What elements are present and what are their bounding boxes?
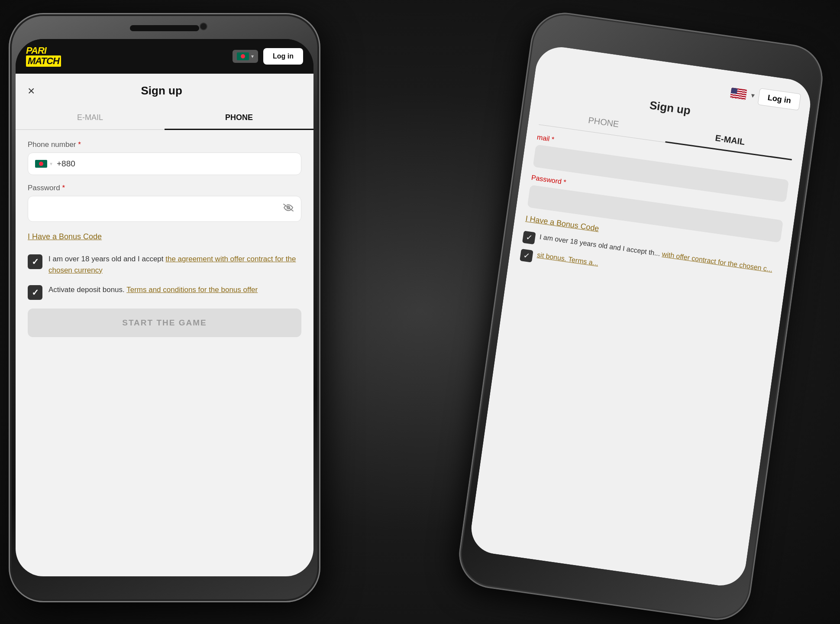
- checkbox-row-2: ✓ Activate deposit bonus. Terms and cond…: [28, 284, 301, 300]
- back-checkbox-2-text: sit bonus. Terms a...: [536, 250, 599, 268]
- bonus-terms-link[interactable]: Terms and conditions for the bonus offer: [126, 286, 258, 294]
- bonus-code-link[interactable]: I Have a Bonus Code: [28, 232, 301, 241]
- signup-title: Sign up: [35, 84, 288, 98]
- language-chevron-icon: ▾: [251, 53, 254, 59]
- signup-form: Phone number * ▾ +880 Password *: [16, 140, 313, 346]
- phone-flag-bd: [35, 160, 47, 168]
- checkbox-2-text: Activate deposit bonus. Terms and condit…: [48, 284, 258, 296]
- signup-container: × Sign up E-MAIL PHONE Phone number *: [16, 74, 313, 576]
- password-input[interactable]: [35, 204, 283, 214]
- checkbox-1-text: I am over 18 years old and I accept the …: [48, 254, 301, 276]
- back-checkbox-2[interactable]: [520, 249, 533, 263]
- checkbox-row-1: ✓ I am over 18 years old and I accept th…: [28, 254, 301, 276]
- us-flag-icon: [730, 88, 747, 100]
- phone-country-code: +880: [57, 159, 294, 169]
- bd-flag-icon: [237, 52, 249, 60]
- front-phone: PARI MATCH ▾ Log in × Sign up: [9, 13, 320, 602]
- background-phone-content: ▾ Log in Sign up PHONE E-MAIL mail * Pas…: [468, 44, 814, 589]
- signup-header: × Sign up: [16, 74, 313, 106]
- login-button[interactable]: Log in: [263, 48, 303, 65]
- tab-phone[interactable]: PHONE: [165, 106, 313, 129]
- back-chevron-icon: ▾: [750, 91, 755, 100]
- close-button[interactable]: ×: [28, 85, 35, 97]
- eye-slash-icon[interactable]: [283, 203, 294, 214]
- app-topbar: PARI MATCH ▾ Log in: [16, 39, 313, 74]
- background-phone: ▾ Log in Sign up PHONE E-MAIL mail * Pas…: [455, 8, 827, 624]
- phone-flag-circle: [39, 162, 43, 166]
- logo-pari-text: PARI: [26, 46, 61, 55]
- background-phone-screen: ▾ Log in Sign up PHONE E-MAIL mail * Pas…: [468, 44, 814, 589]
- back-checkbox-1[interactable]: [522, 231, 536, 244]
- checkmark-1-icon: ✓: [32, 257, 39, 267]
- tab-email[interactable]: E-MAIL: [16, 106, 165, 129]
- language-selector-button[interactable]: ▾: [233, 50, 258, 63]
- password-input-wrapper[interactable]: [28, 196, 301, 222]
- checkmark-2-icon: ✓: [32, 287, 39, 298]
- checkbox-1[interactable]: ✓: [28, 254, 42, 269]
- start-game-button[interactable]: START THE GAME: [28, 309, 301, 337]
- flag-circle: [241, 54, 245, 58]
- phone-camera: [200, 23, 207, 30]
- phone-screen: PARI MATCH ▾ Log in × Sign up: [16, 39, 313, 576]
- phone-notch: [130, 25, 199, 31]
- checkbox-2[interactable]: ✓: [28, 285, 42, 300]
- phone-flag-selector[interactable]: ▾: [35, 160, 52, 168]
- password-field-label: Password *: [28, 184, 301, 192]
- phone-field-label: Phone number *: [28, 140, 301, 149]
- logo-match-text: MATCH: [26, 55, 61, 67]
- parimatch-logo: PARI MATCH: [26, 46, 61, 67]
- topbar-right: ▾ Log in: [233, 48, 303, 65]
- phone-input-wrapper[interactable]: ▾ +880: [28, 153, 301, 175]
- signup-tabs: E-MAIL PHONE: [16, 106, 313, 130]
- back-login-button[interactable]: Log in: [758, 88, 801, 110]
- phone-flag-chevron-icon: ▾: [50, 161, 52, 167]
- back-bonus-terms-link[interactable]: sit bonus. Terms a...: [536, 251, 599, 267]
